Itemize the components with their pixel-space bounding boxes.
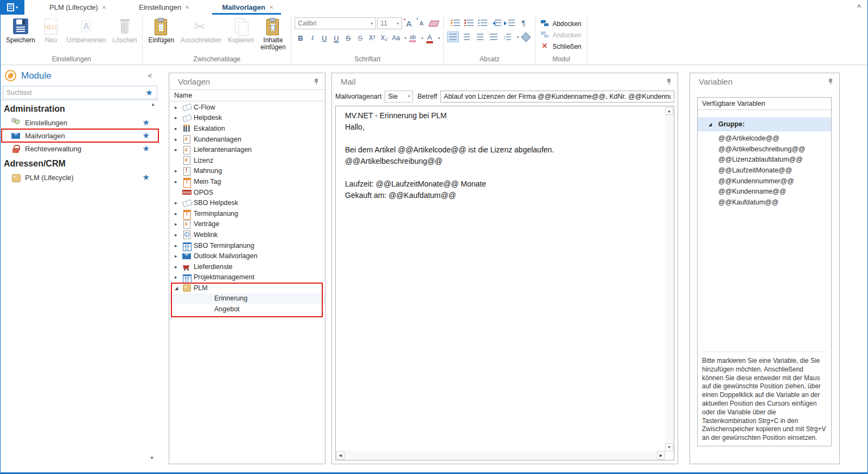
- scroll-down-icon[interactable]: ▼: [150, 456, 154, 460]
- font-family-select[interactable]: Calibri ▾: [295, 17, 376, 29]
- copy-button[interactable]: Kopieren: [225, 16, 257, 44]
- favorite-star-icon[interactable]: ★: [143, 131, 150, 140]
- font-color-button[interactable]: [424, 33, 435, 43]
- expander-icon[interactable]: [175, 211, 182, 216]
- expander-icon[interactable]: [175, 179, 182, 184]
- tree-item[interactable]: Eskalation: [169, 123, 325, 134]
- sidebar-row[interactable]: Adressen/CRM ★: [1, 155, 159, 171]
- pin-icon[interactable]: [827, 78, 834, 85]
- variable-item[interactable]: @@Kaufdatum@@: [698, 197, 831, 208]
- scroll-left-icon[interactable]: ◀: [336, 451, 344, 459]
- horizontal-scrollbar[interactable]: ◀ ▶: [336, 451, 665, 459]
- variable-item[interactable]: @@Artikelbeschreibung@@: [698, 144, 831, 155]
- expander-icon[interactable]: [175, 105, 182, 110]
- paste-button[interactable]: Einfügen: [145, 16, 177, 44]
- tree-item[interactable]: Kundenanlagen: [169, 134, 325, 145]
- align-right-button[interactable]: [474, 31, 486, 42]
- tree-item[interactable]: SBO Helpdesk: [169, 197, 325, 208]
- sidebar-row[interactable]: Einstellungen ★: [2, 116, 158, 129]
- bold-button[interactable]: [295, 33, 306, 43]
- favorites-filter-star-icon[interactable]: ★: [142, 88, 157, 98]
- app-menu-button[interactable]: ▾: [1, 0, 24, 15]
- expander-icon[interactable]: [175, 200, 182, 206]
- expander-icon[interactable]: [175, 168, 182, 174]
- pin-icon[interactable]: [666, 78, 672, 85]
- tree-item[interactable]: Weblink: [169, 229, 325, 240]
- scroll-down-icon[interactable]: ▼: [665, 443, 673, 451]
- ribbon-collapse-button[interactable]: ^: [857, 3, 861, 11]
- underline-button[interactable]: [318, 33, 330, 43]
- sidebar-row[interactable]: PLM (Lifecycle) ★: [2, 171, 158, 184]
- tree-item[interactable]: Mahnung: [169, 166, 325, 177]
- document-tab[interactable]: PLM (Lifecycle) ✕: [40, 0, 114, 15]
- shrink-font-button[interactable]: [416, 18, 427, 29]
- scroll-up-icon[interactable]: ▲: [665, 107, 673, 115]
- grow-font-button[interactable]: [403, 18, 414, 29]
- strikethrough-button[interactable]: [342, 33, 354, 43]
- subscript-button[interactable]: [378, 33, 390, 43]
- cut-button[interactable]: Ausschneiden: [177, 16, 225, 44]
- document-tab[interactable]: Mailvorlagen ✕: [212, 0, 281, 15]
- variable-item[interactable]: @@Kundennummer@@: [698, 176, 831, 187]
- tree-item[interactable]: C-Flow: [169, 102, 325, 113]
- tab-close-icon[interactable]: ✕: [269, 4, 273, 10]
- scroll-up-icon[interactable]: ▲: [151, 102, 155, 107]
- line-spacing-button[interactable]: [501, 31, 513, 42]
- double-underline-button[interactable]: [330, 33, 342, 43]
- mail-type-select[interactable]: Sie ▾: [385, 91, 413, 103]
- subject-input[interactable]: [441, 91, 674, 103]
- chevron-down-icon[interactable]: ▾: [421, 36, 423, 41]
- numbered-list-button[interactable]: [463, 17, 475, 28]
- justify-button[interactable]: [488, 31, 500, 42]
- italic-button[interactable]: [307, 33, 318, 43]
- vertical-scrollbar[interactable]: ▲ ▼: [665, 107, 673, 451]
- tree-item[interactable]: Terminplanung: [169, 208, 325, 219]
- decrease-indent-button[interactable]: [490, 17, 502, 28]
- tree-item[interactable]: Erinnerung: [169, 293, 325, 304]
- expander-icon[interactable]: [175, 115, 182, 120]
- change-case-button[interactable]: [390, 33, 401, 43]
- expander-icon[interactable]: [175, 137, 182, 142]
- tree-item[interactable]: Lieferantenanlagen: [169, 144, 325, 155]
- chevron-down-icon[interactable]: ▾: [438, 36, 440, 41]
- tree-item[interactable]: Lieferdienste: [169, 261, 325, 272]
- expander-icon[interactable]: [175, 264, 182, 270]
- rename-button[interactable]: A Umbenennen: [63, 16, 109, 44]
- new-button[interactable]: NEU Neu: [39, 16, 63, 44]
- double-strikethrough-button[interactable]: [354, 33, 366, 43]
- tab-close-icon[interactable]: ✕: [102, 4, 106, 10]
- expander-icon[interactable]: [175, 147, 182, 152]
- bullet-list-button[interactable]: [450, 17, 461, 28]
- tree-item[interactable]: OPOS: [169, 187, 325, 198]
- shading-button[interactable]: [520, 31, 532, 42]
- favorite-star-icon[interactable]: ★: [143, 118, 150, 127]
- superscript-button[interactable]: [366, 33, 378, 43]
- tree-item[interactable]: Lizenz: [169, 155, 325, 166]
- show-formatting-marks-button[interactable]: [518, 17, 529, 28]
- search-input[interactable]: [3, 89, 142, 97]
- tree-item[interactable]: Mein Tag: [169, 176, 325, 187]
- expander-icon[interactable]: [175, 274, 182, 280]
- multilevel-list-button[interactable]: [477, 17, 488, 28]
- sidebar-collapse-icon[interactable]: <: [148, 72, 152, 80]
- scroll-right-icon[interactable]: ▶: [657, 451, 665, 459]
- expander-icon[interactable]: [175, 126, 182, 131]
- variable-item[interactable]: @@Lizenzablaufdatum@@: [698, 155, 831, 165]
- tree-item[interactable]: PLM: [169, 283, 325, 293]
- tree-item[interactable]: SBO Terminplanung: [169, 240, 325, 251]
- paste-special-button[interactable]: Inhalte einfügen: [257, 16, 289, 52]
- font-size-select[interactable]: 11 ▾: [377, 17, 402, 29]
- dock-button[interactable]: Andocken: [538, 29, 584, 41]
- save-button[interactable]: Speichern: [3, 16, 39, 44]
- align-left-button[interactable]: [447, 31, 459, 42]
- undock-button[interactable]: Abdocken: [538, 18, 584, 29]
- tab-close-icon[interactable]: ✕: [185, 4, 189, 10]
- expander-icon[interactable]: [175, 243, 182, 248]
- variable-item[interactable]: @@Kundenname@@: [698, 187, 831, 197]
- tree-item[interactable]: Projektmanagement: [169, 272, 325, 283]
- close-module-button[interactable]: Schließen: [538, 41, 584, 52]
- sidebar-row[interactable]: Rechteverwaltung ★: [2, 142, 158, 155]
- variable-item[interactable]: @@Artikelcode@@: [698, 133, 831, 144]
- chevron-down-icon[interactable]: ▾: [404, 36, 406, 41]
- sidebar-row[interactable]: Mailvorlagen ★: [2, 129, 158, 142]
